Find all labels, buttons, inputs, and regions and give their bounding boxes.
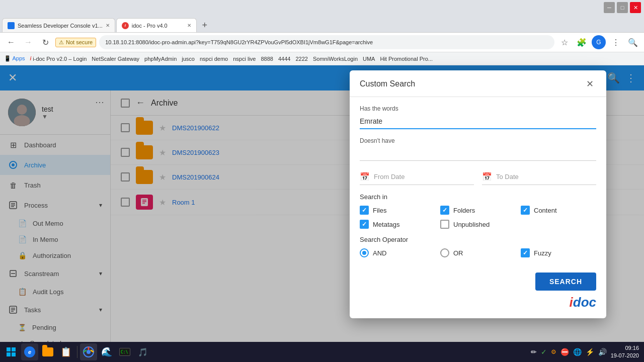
tab-1-close-icon[interactable]: ✕ xyxy=(106,23,110,28)
profile-icon[interactable]: G xyxy=(592,35,606,49)
security-label: Not secure xyxy=(66,39,93,45)
has-words-input[interactable] xyxy=(360,114,596,129)
start-button[interactable] xyxy=(2,343,20,361)
bookmark-uma[interactable]: UMA xyxy=(363,56,375,62)
bookmark-8888[interactable]: 8888 xyxy=(261,56,273,62)
checkbox-metatags[interactable]: ✓ Metatags xyxy=(360,220,435,229)
content-checkbox[interactable]: ✓ xyxy=(521,206,530,215)
folders-checkbox[interactable]: ✓ xyxy=(440,206,449,215)
bookmark-netscaler[interactable]: NetScaler Gateway xyxy=(92,56,139,62)
calendar-icon: 📅 xyxy=(360,172,370,182)
svg-rect-18 xyxy=(7,347,11,351)
tray-icon-6[interactable]: ⚡ xyxy=(586,348,594,356)
fuzzy-checkbox[interactable]: ✓ xyxy=(521,248,530,257)
checkbox-unpublished[interactable]: Unpublished xyxy=(440,220,516,229)
bookmark-phpmyadmin[interactable]: phpMyAdmin xyxy=(144,56,177,62)
taskbar-app-extra[interactable]: 🎵 xyxy=(134,343,151,360)
svg-point-23 xyxy=(87,350,91,354)
checkbox-files[interactable]: ✓ Files xyxy=(360,206,435,215)
bookmark-jusco[interactable]: jusco xyxy=(182,56,195,62)
forward-nav-button[interactable]: → xyxy=(21,35,35,49)
svg-rect-20 xyxy=(7,352,11,356)
taskbar-app-folder[interactable] xyxy=(39,343,56,360)
metatags-label: Metatags xyxy=(373,221,399,228)
url-text: 10.18.10.21:8080/idoc-pro-admin.api?key=… xyxy=(105,39,373,45)
url-bar[interactable]: 10.18.10.21:8080/idoc-pro-admin.api?key=… xyxy=(99,35,554,49)
files-checkbox[interactable]: ✓ xyxy=(360,206,369,215)
new-tab-button[interactable]: + xyxy=(198,18,212,32)
and-label: AND xyxy=(373,249,386,257)
has-words-label: Has the words xyxy=(360,105,596,112)
taskbar-app-chrome[interactable] xyxy=(80,343,97,360)
radio-or[interactable]: OR xyxy=(440,248,516,257)
browser-search-icon[interactable]: 🔍 xyxy=(626,35,640,49)
tray-icon-7[interactable]: 🔊 xyxy=(598,348,607,356)
folders-label: Folders xyxy=(453,207,475,214)
doesnt-have-label: Doesn't have xyxy=(360,137,596,144)
checkbox-fuzzy[interactable]: ✓ Fuzzy xyxy=(521,248,596,257)
tab-2-title: idoc - Pro v4.0 xyxy=(132,23,184,29)
bookmark-nspci-demo[interactable]: nspci demo xyxy=(200,56,228,62)
tray-icon-5[interactable]: 🌐 xyxy=(573,348,582,356)
extensions-icon[interactable]: 🧩 xyxy=(575,35,589,49)
browser-tab-2[interactable]: i idoc - Pro v4.0 ✕ xyxy=(116,18,197,32)
taskbar: e 📋 🌊 C:\ 🎵 ✏ ✓ ⚙ ⛔ 🌐 ⚡ xyxy=(0,342,644,362)
warning-icon: ⚠ xyxy=(59,39,64,46)
checkbox-folders[interactable]: ✓ Folders xyxy=(440,206,516,215)
bookmark-4444[interactable]: 4444 xyxy=(278,56,290,62)
modal-title: Custom Search xyxy=(360,79,415,88)
tray-icon-4[interactable]: ⛔ xyxy=(560,348,569,356)
search-in-title: Search in xyxy=(360,193,596,201)
taskbar-app-files[interactable]: 📋 xyxy=(57,343,74,360)
taskbar-app-ie[interactable]: e xyxy=(21,343,38,360)
files-label: Files xyxy=(373,207,386,214)
refresh-nav-button[interactable]: ↻ xyxy=(38,35,52,49)
checkbox-content[interactable]: ✓ Content xyxy=(521,206,596,215)
security-badge: ⚠ Not secure xyxy=(55,38,96,47)
bookmark-somni[interactable]: SomniWorksLogin xyxy=(313,56,358,62)
bookmark-hit[interactable]: Hit Promotional Pro... xyxy=(380,56,433,62)
and-radio[interactable] xyxy=(360,248,369,257)
svg-rect-19 xyxy=(12,347,16,351)
doesnt-have-input[interactable] xyxy=(360,146,596,161)
search-button[interactable]: SEARCH xyxy=(535,273,596,291)
calendar-icon: 📅 xyxy=(482,172,492,182)
taskbar-separator xyxy=(77,346,77,358)
taskbar-app-cmd[interactable]: C:\ xyxy=(116,343,133,360)
to-date-field[interactable]: 📅 To Date xyxy=(482,169,596,185)
from-date-placeholder: From Date xyxy=(374,173,405,180)
browser-tab-1[interactable]: Seamless Developer Console v1... ✕ xyxy=(2,18,115,32)
taskbar-app-edge[interactable]: 🌊 xyxy=(98,343,115,360)
taskbar-clock[interactable]: 09:16 19-07-2020 xyxy=(611,344,639,360)
minimize-button[interactable]: ─ xyxy=(604,2,615,13)
back-nav-button[interactable]: ← xyxy=(4,35,18,49)
browser-menu-icon[interactable]: ⋮ xyxy=(609,35,623,49)
bookmark-apps[interactable]: 📱 Apps xyxy=(4,55,25,62)
operator-title: Search Operator xyxy=(360,236,596,243)
tray-icon-1[interactable]: ✏ xyxy=(531,348,537,356)
tab-2-close-icon[interactable]: ✕ xyxy=(187,23,191,28)
unpublished-label: Unpublished xyxy=(453,221,490,228)
modal-close-button[interactable]: ✕ xyxy=(583,77,596,90)
tray-icon-3[interactable]: ⚙ xyxy=(551,348,556,355)
bookmark-2222[interactable]: 2222 xyxy=(295,56,307,62)
svg-rect-21 xyxy=(12,352,16,356)
bookmark-nspci-live[interactable]: nspci live xyxy=(233,56,256,62)
fuzzy-label: Fuzzy xyxy=(534,249,551,257)
or-radio[interactable] xyxy=(440,248,449,257)
maximize-button[interactable]: □ xyxy=(617,2,628,13)
bookmark-idoc-login[interactable]: ii-doc Pro v2.0 – Login xyxy=(30,56,87,62)
radio-and[interactable]: AND xyxy=(360,248,435,257)
from-date-field[interactable]: 📅 From Date xyxy=(360,169,474,185)
tray-icon-2[interactable]: ✓ xyxy=(541,348,547,356)
brand-logo: i doc xyxy=(570,295,596,310)
or-label: OR xyxy=(453,249,463,257)
to-date-placeholder: To Date xyxy=(496,173,519,180)
tab-1-title: Seamless Developer Console v1... xyxy=(18,23,103,29)
metatags-checkbox[interactable]: ✓ xyxy=(360,220,369,229)
unpublished-checkbox[interactable] xyxy=(440,220,449,229)
content-label: Content xyxy=(534,207,557,214)
close-window-button[interactable]: ✕ xyxy=(630,2,641,13)
bookmark-star-icon[interactable]: ☆ xyxy=(557,35,572,49)
custom-search-modal: Custom Search ✕ Has the words Doesn't ha… xyxy=(350,70,606,318)
